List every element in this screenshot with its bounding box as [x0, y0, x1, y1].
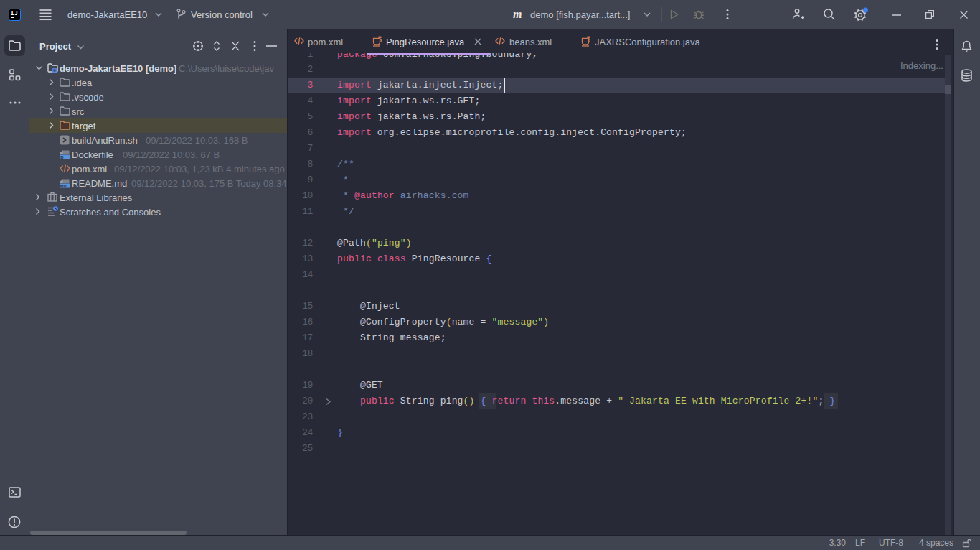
svg-text:MD: MD [60, 184, 67, 188]
svg-text:D: D [60, 154, 64, 159]
